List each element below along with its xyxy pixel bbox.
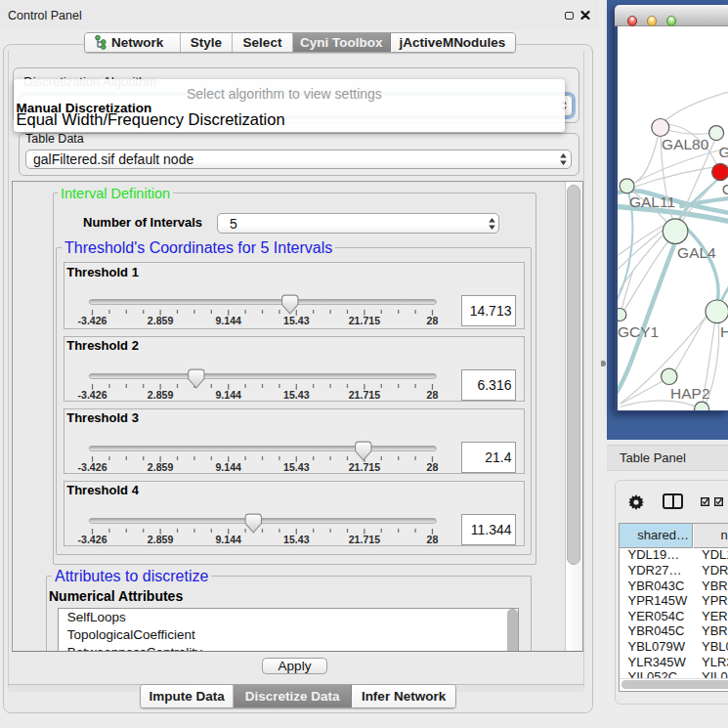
svg-text:C: C (721, 181, 728, 197)
svg-text:H: H (720, 323, 728, 340)
svg-text:2.859: 2.859 (148, 534, 174, 545)
svg-text:-3.426: -3.426 (77, 534, 107, 545)
svg-text:GA: GA (718, 143, 728, 159)
svg-text:GAL4: GAL4 (677, 243, 716, 260)
svg-text:28: 28 (426, 461, 438, 473)
svg-text:9.144: 9.144 (215, 534, 241, 545)
svg-text:28: 28 (426, 316, 438, 327)
svg-text:2.859: 2.859 (148, 316, 174, 327)
svg-text:15.43: 15.43 (283, 389, 310, 401)
svg-text:9.144: 9.144 (215, 389, 241, 401)
svg-text:21.715: 21.715 (348, 389, 379, 401)
svg-text:-3.426: -3.426 (77, 461, 107, 473)
svg-text:2.859: 2.859 (148, 461, 174, 473)
svg-text:21.715: 21.715 (348, 534, 379, 545)
svg-text:-3.426: -3.426 (77, 316, 107, 327)
svg-text:15.43: 15.43 (283, 534, 310, 545)
svg-text:15.43: 15.43 (283, 316, 310, 327)
svg-text:GCY1: GCY1 (618, 323, 659, 340)
svg-text:21.715: 21.715 (348, 316, 379, 327)
svg-text:HAP2: HAP2 (670, 384, 709, 401)
svg-text:GAL11: GAL11 (629, 193, 675, 210)
svg-text:GAL80: GAL80 (662, 135, 708, 151)
svg-text:9.144: 9.144 (215, 316, 241, 327)
svg-text:28: 28 (426, 389, 438, 401)
svg-text:28: 28 (426, 534, 438, 545)
svg-text:15.43: 15.43 (283, 461, 310, 473)
svg-text:21.715: 21.715 (348, 461, 379, 473)
svg-text:-3.426: -3.426 (77, 389, 107, 401)
svg-text:2.859: 2.859 (148, 389, 174, 401)
svg-text:9.144: 9.144 (215, 461, 241, 473)
